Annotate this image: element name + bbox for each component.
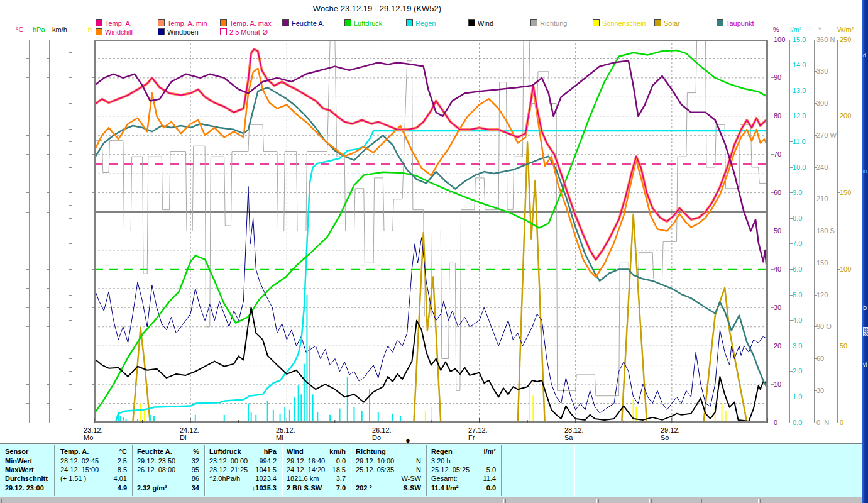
- table-col-unit: °C: [55, 448, 127, 455]
- rain-axis-header: l/m²: [790, 26, 801, 33]
- legend-item-label: 2.5 Monat-Ø: [229, 28, 268, 36]
- desktop-icon-label[interactable]: in: [863, 169, 867, 174]
- wind-axis-tick: [69, 358, 72, 359]
- table-cell-value: ↓1035.3: [204, 484, 277, 492]
- wind-axis-tick: [69, 231, 72, 231]
- humidity-axis-tick-label: 70: [774, 151, 781, 158]
- desktop-icon[interactable]: [863, 327, 868, 336]
- rain-axis-tick-label: 4.0: [793, 317, 802, 324]
- table-cell-value: 0.0: [426, 484, 496, 492]
- temp-axis-tick: [26, 346, 29, 346]
- wind-axis-tick: [69, 129, 72, 130]
- legend-swatch-icon: [593, 19, 600, 26]
- pressure-axis-tick: [47, 135, 49, 136]
- humidity-axis-header: %: [773, 26, 779, 33]
- direction-axis-tick-label: 330: [816, 68, 828, 75]
- rain-axis-tick-label: 8.0: [793, 215, 802, 222]
- legend-swatch-icon: [344, 19, 351, 26]
- pressure-axis-tick: [47, 250, 49, 250]
- wind-axis-tick: [69, 333, 72, 333]
- pressure-axis-tick: [47, 40, 49, 40]
- direction-axis-tick-label: 360 N: [816, 36, 835, 43]
- wind-axis-tick: [69, 282, 72, 282]
- wind-axis-tick: [69, 52, 72, 53]
- direction-axis-tick-label: 0 N: [816, 419, 829, 426]
- legend-item-label: Feuchte A.: [292, 19, 325, 27]
- humidity-axis-tick-label: 20: [774, 343, 781, 350]
- humidity-axis-tick-label: 0: [774, 419, 777, 426]
- rain-axis-tick-label: 10.0: [793, 164, 806, 171]
- rain-axis-tick-label: 1.0: [793, 394, 802, 401]
- table-col-unit: l/m²: [426, 448, 496, 455]
- x-axis-day-label: 25.12. Mi: [276, 426, 295, 441]
- wind-axis-tick: [69, 77, 72, 78]
- table-cell-value: 95: [132, 466, 199, 473]
- pressure-axis-tick: [47, 97, 49, 97]
- table-cell-value: 5.0: [426, 466, 496, 473]
- x-axis-day-label: 28.12. Sa: [564, 426, 584, 441]
- legend-item-feuchte-a-: Feuchte A.: [282, 19, 325, 26]
- table-cell-value: 86: [132, 475, 199, 482]
- legend-item-label: Sonnenschein: [602, 19, 646, 27]
- humidity-axis-tick-label: 60: [774, 189, 781, 196]
- x-axis-day-label: 23.12. Mo: [84, 426, 103, 441]
- table-cell-time: 3:20 h: [431, 457, 451, 465]
- sunshine-axis-header: h: [88, 26, 92, 33]
- wind-axis-tick: [69, 141, 72, 142]
- desktop-icon-label[interactable]: vi: [863, 362, 867, 368]
- x-axis-day-label: 26.12. Do: [372, 426, 392, 441]
- rain-axis-tick-label: 9.0: [793, 189, 802, 196]
- temp-axis-header: °C: [16, 26, 23, 33]
- desktop-icon-label[interactable]: D: [863, 306, 867, 311]
- table-cell-value: 11.4: [426, 475, 496, 482]
- legend-item-label: Taupunkt: [726, 19, 754, 27]
- wind-axis-tick: [69, 243, 72, 244]
- legend-swatch-icon: [96, 19, 102, 26]
- status-bar-panel: [701, 499, 759, 503]
- pressure-axis-tick: [47, 403, 49, 404]
- legend-swatch-icon: [406, 19, 413, 26]
- rain-axis-tick-label: 6.0: [793, 266, 802, 273]
- temp-axis-tick: [26, 212, 29, 213]
- temp-axis-ruler: [29, 40, 30, 423]
- table-cell-value: 34: [132, 484, 199, 492]
- direction-axis-tick-label: 270 W: [816, 132, 837, 139]
- temp-axis-tick: [26, 423, 29, 423]
- pressure-axis-tick: [47, 365, 49, 365]
- table-cell-value: 32: [132, 457, 199, 465]
- x-axis-day-label: 24.12. Di: [180, 426, 199, 441]
- humidity-axis-tick-label: 100: [774, 36, 785, 43]
- table-row-label: 29.12. 23:00: [5, 484, 44, 492]
- temp-axis-tick: [26, 154, 29, 155]
- x-axis-day-label: 27.12. Fr: [468, 426, 488, 441]
- legend-item-sonnenschein: Sonnenschein: [593, 19, 646, 26]
- x-axis-day-label: 29.12. So: [661, 426, 680, 441]
- legend-swatch-icon: [654, 19, 661, 26]
- direction-axis-header: °: [818, 26, 821, 33]
- table-divider: [54, 445, 55, 496]
- legend-swatch-icon: [220, 28, 227, 35]
- table-cell-value: W-SW: [351, 475, 421, 482]
- wind-axis-tick: [69, 307, 72, 308]
- sensor-summary-table: SensorMinWertMaxWertDurchschnitt29.12. 2…: [0, 443, 862, 497]
- humidity-axis-tick-label: 10: [774, 381, 781, 388]
- legend-swatch-icon: [158, 28, 165, 35]
- humidity-axis-tick-label: 90: [774, 74, 781, 81]
- table-cell-value: 8.5: [55, 466, 127, 473]
- temp-axis-tick: [26, 231, 29, 231]
- pressure-axis-tick: [47, 384, 49, 385]
- table-row-label: MinWert: [5, 457, 32, 465]
- desktop-icon-label[interactable]: d: [863, 53, 866, 58]
- page-title: Woche 23.12.19 - 29.12.19 (KW52): [0, 4, 754, 13]
- temp-axis-tick: [26, 135, 29, 136]
- legend-swatch-icon: [96, 28, 102, 35]
- pressure-axis-tick: [47, 116, 49, 116]
- rain-axis-tick-label: 11.0: [793, 138, 806, 145]
- temp-axis-tick: [26, 403, 29, 404]
- pressure-axis-tick: [47, 174, 49, 174]
- legend-item-label: Windböen: [167, 28, 199, 36]
- table-cell-value: 4.01: [55, 475, 127, 482]
- pressure-axis-tick: [47, 58, 49, 59]
- rain-axis-tick-label: 3.0: [793, 343, 802, 350]
- table-cell-value: 1023.4: [204, 475, 277, 482]
